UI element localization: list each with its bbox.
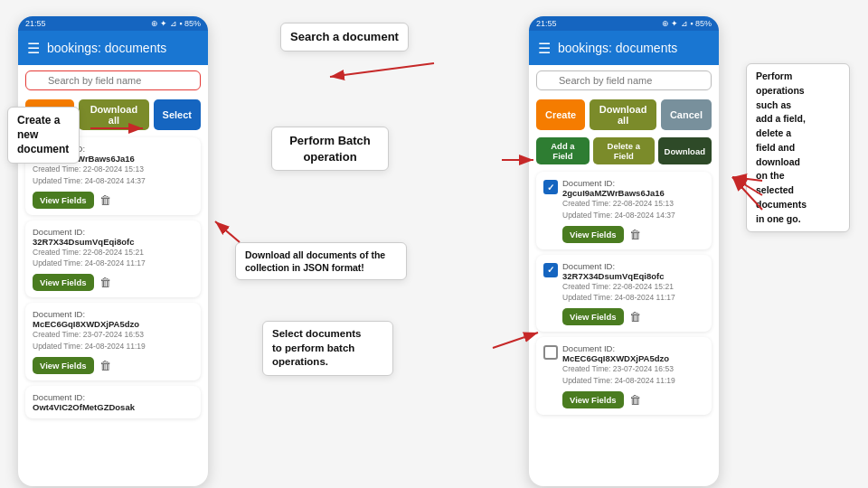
callout-batch-ops: Performoperationssuch asadd a field,dele… <box>746 63 850 232</box>
doc-label-right-0: Document ID: <box>562 178 675 188</box>
view-fields-button-left-0[interactable]: View Fields <box>33 192 94 209</box>
doc-id-left-2: McEC6GqI8XWDXjPA5dzo <box>33 319 193 329</box>
doc-id-right-0: 2gcuI9aMZWrBaws6Ja16 <box>562 188 675 198</box>
view-fields-button-left-1[interactable]: View Fields <box>33 274 94 291</box>
doc-created-right-1: Created Time: 22-08-2024 15:21 <box>562 281 675 293</box>
trash-icon-right-1[interactable]: 🗑 <box>629 310 641 324</box>
icons-left: ⊕ ✦ ⊿ ▪ 85% <box>151 19 201 28</box>
checkbox-right-1[interactable] <box>543 263 558 277</box>
doc-label-left-2: Document ID: <box>33 309 193 319</box>
doc-created-right-0: Created Time: 22-08-2024 15:13 <box>562 198 675 210</box>
create-button-right[interactable]: Create <box>536 99 585 130</box>
doc-label-right-1: Document ID: <box>562 261 675 271</box>
doc-id-left-3: Owt4VIC2OfMetGZDosak <box>33 402 193 412</box>
search-bar-left: 🔍 <box>18 65 208 96</box>
view-fields-button-right-0[interactable]: View Fields <box>562 226 624 243</box>
app-title-right: bookings: documents <box>558 41 710 55</box>
doc-updated-left-1: Updated Time: 24-08-2024 11:17 <box>33 258 193 269</box>
trash-icon-left-0[interactable]: 🗑 <box>99 193 111 207</box>
callout-right-area: Performoperationssuch asadd a field,dele… <box>746 9 850 280</box>
view-fields-button-left-2[interactable]: View Fields <box>33 357 94 374</box>
cancel-button-right[interactable]: Cancel <box>661 99 712 130</box>
doc-updated-left-2: Updated Time: 24-08-2024 11:19 <box>33 341 193 352</box>
doc-created-left-1: Created Time: 22-08-2024 15:21 <box>33 247 193 258</box>
left-phone: 21:55 ⊕ ✦ ⊿ ▪ 85% ☰ bookings: documents … <box>18 16 208 486</box>
doc-id-right-1: 32R7X34DsumVqEqi8ofc <box>562 271 675 281</box>
download-all-button-left[interactable]: Download all <box>79 99 148 130</box>
doc-card-left-2: Document ID: McEC6GqI8XWDXjPA5dzo Create… <box>25 303 201 380</box>
doc-list-left: Document ID: 2gcuI9aMZWrBaws6Ja16 Create… <box>18 134 208 486</box>
doc-updated-right-0: Updated Time: 24-08-2024 14:37 <box>562 210 675 221</box>
doc-card-right-0: Document ID: 2gcuI9aMZWrBaws6Ja16 Create… <box>536 172 712 249</box>
add-field-button[interactable]: Add a Field <box>536 137 590 164</box>
status-bar-left: 21:55 ⊕ ✦ ⊿ ▪ 85% <box>18 16 208 31</box>
download-button[interactable]: Download <box>658 137 712 164</box>
doc-card-left-3: Document ID: Owt4VIC2OfMetGZDosak <box>25 386 201 418</box>
callout-center: Search a document Perform Batchoperation… <box>235 9 502 479</box>
view-fields-button-right-2[interactable]: View Fields <box>562 391 624 408</box>
trash-icon-right-0[interactable]: 🗑 <box>629 228 641 241</box>
trash-icon-right-2[interactable]: 🗑 <box>629 393 641 407</box>
select-button-left[interactable]: Select <box>154 99 201 130</box>
checkbox-right-2[interactable] <box>543 345 558 360</box>
doc-card-right-1: Document ID: 32R7X34DsumVqEqi8ofc Create… <box>536 255 712 333</box>
time-left: 21:55 <box>25 19 46 28</box>
status-bar-right: 21:55 ⊕ ✦ ⊿ ▪ 85% <box>529 16 719 31</box>
time-right: 21:55 <box>536 19 557 28</box>
trash-icon-left-2[interactable]: 🗑 <box>99 359 111 372</box>
doc-list-right: Document ID: 2gcuI9aMZWrBaws6Ja16 Create… <box>529 168 719 486</box>
view-fields-button-right-1[interactable]: View Fields <box>562 308 624 325</box>
doc-created-left-0: Created Time: 22-08-2024 15:13 <box>33 164 193 175</box>
callout-download-all: Download all documents of thecollection … <box>235 242 407 280</box>
callout-create-new: Create anewdocument <box>7 107 80 164</box>
app-header-left: ☰ bookings: documents <box>18 31 208 65</box>
app-header-right: ☰ bookings: documents <box>529 31 719 65</box>
delete-field-button[interactable]: Delete a Field <box>593 137 655 164</box>
doc-created-right-2: Created Time: 23-07-2024 16:53 <box>562 363 675 375</box>
doc-updated-left-0: Updated Time: 24-08-2024 14:37 <box>33 175 193 187</box>
doc-card-left-1: Document ID: 32R7X34DsumVqEqi8ofc Create… <box>25 221 201 298</box>
hamburger-icon-left[interactable]: ☰ <box>27 40 40 57</box>
callout-perform-batch: Perform Batchoperation <box>271 127 389 171</box>
doc-updated-right-2: Updated Time: 24-08-2024 11:19 <box>562 375 675 387</box>
callout-select-docs: Select documentsto perform batchoperatio… <box>262 321 393 376</box>
doc-id-left-1: 32R7X34DsumVqEqi8ofc <box>33 237 193 247</box>
doc-label-left-3: Document ID: <box>33 392 193 402</box>
search-bar-right: 🔍 <box>529 65 719 96</box>
hamburger-icon-right[interactable]: ☰ <box>538 40 551 57</box>
doc-created-left-2: Created Time: 23-07-2024 16:53 <box>33 329 193 341</box>
icons-right: ⊕ ✦ ⊿ ▪ 85% <box>662 19 712 28</box>
doc-updated-right-1: Updated Time: 24-08-2024 11:17 <box>562 292 675 304</box>
action-buttons-right: Create Download all Cancel <box>529 96 719 134</box>
search-input-right[interactable] <box>536 70 712 90</box>
download-all-button-right[interactable]: Download all <box>590 99 656 130</box>
doc-card-right-2: Document ID: McEC6GqI8XWDXjPA5dzo Create… <box>536 337 712 415</box>
callout-search-doc: Search a document <box>280 23 409 52</box>
search-input-left[interactable] <box>25 70 201 90</box>
batch-buttons-right: Add a Field Delete a Field Download <box>529 134 719 168</box>
scene: 21:55 ⊕ ✦ ⊿ ▪ 85% ☰ bookings: documents … <box>0 0 868 488</box>
right-phone: 21:55 ⊕ ✦ ⊿ ▪ 85% ☰ bookings: documents … <box>529 16 719 486</box>
doc-label-right-2: Document ID: <box>562 343 675 353</box>
checkbox-right-0[interactable] <box>543 180 558 194</box>
doc-id-right-2: McEC6GqI8XWDXjPA5dzo <box>562 353 675 363</box>
doc-label-left-1: Document ID: <box>33 227 193 237</box>
trash-icon-left-1[interactable]: 🗑 <box>99 276 111 289</box>
app-title-left: bookings: documents <box>47 41 199 55</box>
